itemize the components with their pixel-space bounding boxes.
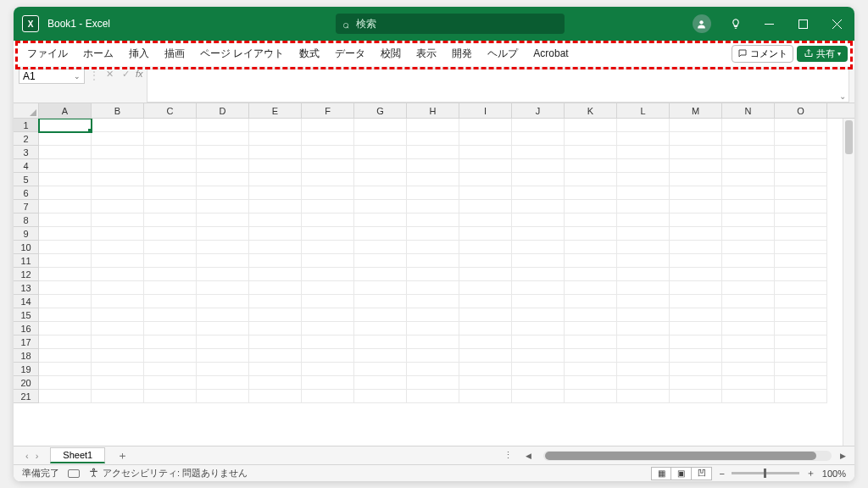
cell[interactable] [617,132,670,146]
cell[interactable] [775,146,827,159]
cell[interactable] [775,295,827,308]
cell[interactable] [407,376,459,390]
cell[interactable] [670,200,722,214]
cell[interactable] [144,132,197,146]
cell[interactable] [249,119,302,132]
cell[interactable] [354,254,407,268]
cell[interactable] [92,349,144,363]
cell[interactable] [39,254,92,268]
cell[interactable] [407,173,459,186]
cell[interactable] [617,119,670,132]
cell[interactable] [144,349,197,363]
cell[interactable] [512,268,565,281]
cell[interactable] [144,308,197,322]
cell[interactable] [302,241,354,254]
cell[interactable] [302,390,354,403]
cell[interactable] [197,119,249,132]
cell[interactable] [249,214,302,227]
cell[interactable] [670,268,722,281]
column-header[interactable]: E [249,103,302,118]
cell[interactable] [197,349,249,363]
cell[interactable] [354,146,407,159]
cell[interactable] [459,254,512,268]
cell[interactable] [92,146,144,159]
cell[interactable] [617,322,670,336]
cell[interactable] [92,119,144,132]
cell[interactable] [670,254,722,268]
cell[interactable] [144,376,197,390]
cell[interactable] [39,146,92,159]
cell[interactable] [39,132,92,146]
cancel-formula-icon[interactable]: ✕ [103,69,116,80]
zoom-out-button[interactable]: − [719,469,724,479]
cell[interactable] [92,186,144,200]
cell[interactable] [617,186,670,200]
cell[interactable] [302,336,354,349]
cell[interactable] [512,390,565,403]
cell[interactable] [92,254,144,268]
cell[interactable] [92,214,144,227]
cell[interactable] [197,214,249,227]
cell[interactable] [459,390,512,403]
tab-developer[interactable]: 開発 [445,43,479,64]
cell[interactable] [249,241,302,254]
tab-formulas[interactable]: 数式 [292,43,326,64]
cell[interactable] [407,349,459,363]
cell[interactable] [459,295,512,308]
cell[interactable] [617,146,670,159]
cell[interactable] [249,281,302,295]
cell[interactable] [722,241,775,254]
cell[interactable] [39,295,92,308]
cell[interactable] [775,268,827,281]
cell[interactable] [354,336,407,349]
cell[interactable] [670,119,722,132]
cell[interactable] [197,146,249,159]
cell[interactable] [144,173,197,186]
cell[interactable] [39,363,92,376]
sheet-options-icon[interactable]: ⋮ [504,450,514,461]
view-normal-button[interactable]: ▦ [651,467,671,480]
cell[interactable] [722,200,775,214]
cell[interactable] [565,173,617,186]
cell[interactable] [512,159,565,173]
cell[interactable] [249,363,302,376]
cell[interactable] [302,227,354,241]
cell[interactable] [512,173,565,186]
row-header[interactable]: 9 [14,227,39,241]
cell[interactable] [617,173,670,186]
column-header[interactable]: C [144,103,197,118]
row-header[interactable]: 10 [14,241,39,254]
cell[interactable] [407,254,459,268]
cell[interactable] [407,322,459,336]
cell[interactable] [775,200,827,214]
row-header[interactable]: 7 [14,200,39,214]
column-header[interactable]: H [407,103,459,118]
view-pagebreak-button[interactable]: 凹 [692,467,712,480]
scrollbar-thumb[interactable] [545,452,816,460]
cell[interactable] [354,173,407,186]
cell[interactable] [775,281,827,295]
cell[interactable] [617,390,670,403]
cell[interactable] [722,254,775,268]
cell[interactable] [249,322,302,336]
cell[interactable] [775,159,827,173]
row-header[interactable]: 5 [14,173,39,186]
cell[interactable] [92,227,144,241]
cell[interactable] [249,268,302,281]
cell[interactable] [722,390,775,403]
cell[interactable] [39,349,92,363]
cell[interactable] [354,241,407,254]
cell[interactable] [459,322,512,336]
cell[interactable] [249,376,302,390]
cell[interactable] [670,322,722,336]
cell[interactable] [670,363,722,376]
cell[interactable] [144,336,197,349]
cell[interactable] [249,132,302,146]
minimize-button[interactable] [753,7,787,41]
cell[interactable] [354,227,407,241]
cell[interactable] [302,159,354,173]
cell[interactable] [722,363,775,376]
cell[interactable] [565,119,617,132]
cell[interactable] [144,390,197,403]
cell[interactable] [302,295,354,308]
